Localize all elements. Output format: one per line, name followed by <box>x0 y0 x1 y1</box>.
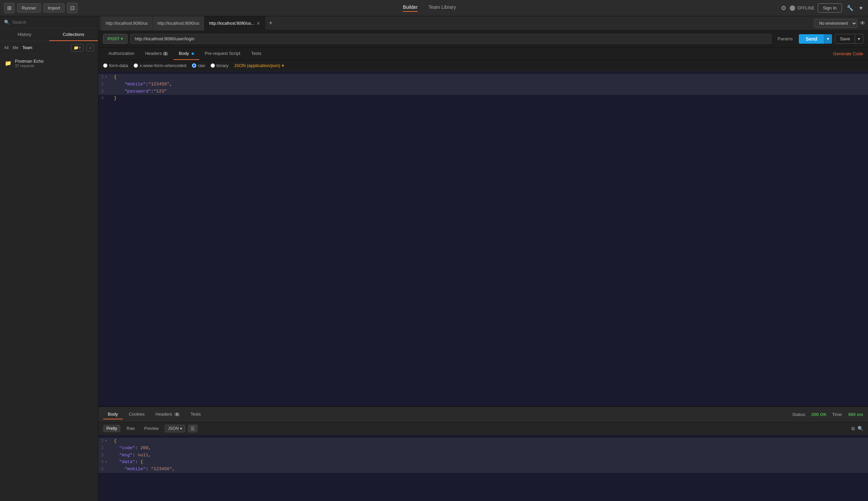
filter-me[interactable]: Me <box>12 45 18 50</box>
send-arrow-btn[interactable]: ▾ <box>824 34 832 44</box>
method-btn[interactable]: POST ▾ <box>103 34 127 44</box>
radio-urlencoded[interactable]: x-www-form-urlencoded <box>134 63 187 68</box>
new-tab-btn[interactable]: + <box>265 20 276 27</box>
radio-binary-input[interactable] <box>211 63 215 68</box>
radio-form-data[interactable]: form-data <box>103 63 128 68</box>
search-icon: 🔍 <box>4 20 10 25</box>
code-line-2: 2 "mobile":"123456", <box>98 81 868 88</box>
sign-in-btn[interactable]: Sign In <box>818 3 841 12</box>
history-tab[interactable]: History <box>0 29 49 41</box>
filter-team[interactable]: Team <box>22 45 32 50</box>
filter-icons: 📁+ ↕ <box>71 44 94 52</box>
tab-1[interactable]: http://localhost:9090/us <box>101 16 153 31</box>
filter-resp-btn[interactable]: ☰ <box>188 425 198 433</box>
resp-line-2-content: "code": 200, <box>114 445 151 452</box>
search-resp-btn[interactable]: 🔍 <box>857 426 863 431</box>
req-tab-tests[interactable]: Tests <box>246 47 267 60</box>
resp-tab-body[interactable]: Body <box>103 409 123 419</box>
line-toggle-1[interactable]: ▾ <box>105 75 107 80</box>
req-tab-headers[interactable]: Headers1 <box>140 47 174 60</box>
resp-line-1: 1 ▾ { <box>98 438 868 445</box>
tab-3[interactable]: http://localhost:9090/us... ✕ <box>205 16 265 31</box>
radio-urlencoded-input[interactable] <box>134 63 138 68</box>
sidebar-tabs: History Collections <box>0 29 98 41</box>
top-nav: ⊞ Runner Import ⊡ Builder Team Library ⚙… <box>0 0 868 16</box>
collection-icon: 📁 <box>5 60 11 66</box>
url-input[interactable] <box>130 34 771 44</box>
resp-line-3-content: "msg": null, <box>114 452 151 459</box>
sidebar: 🔍 History Collections All Me Team 📁+ ↕ 📁… <box>0 16 98 501</box>
eye-btn[interactable]: 👁 <box>860 20 865 26</box>
code-line-3: 3 "password":"123" <box>98 88 868 95</box>
response-section: Body Cookies Headers 5 Tests Status: 200… <box>98 406 868 501</box>
radio-raw[interactable]: raw <box>192 63 205 68</box>
resp-line-num-5: 5 <box>101 466 111 473</box>
request-code-editor[interactable]: 1 ▾ { 2 "mobile":"123456", 3 "password":… <box>98 71 868 406</box>
collection-item[interactable]: 📁 Postman Echo 37 requests <box>0 54 98 72</box>
resp-line-3: 3 "msg": null, <box>98 452 868 459</box>
pretty-btn[interactable]: Pretty <box>103 425 121 432</box>
tab-3-close[interactable]: ✕ <box>256 21 260 26</box>
main-layout: 🔍 History Collections All Me Team 📁+ ↕ 📁… <box>0 16 868 501</box>
tab-2[interactable]: http://localhost:9090/us <box>153 16 204 31</box>
json-format-selector[interactable]: JSON ▾ <box>165 425 185 432</box>
resp-line-5-content: "mobile": "123456", <box>114 466 175 473</box>
new-window-btn[interactable]: ⊡ <box>67 3 78 13</box>
resp-line-toggle-4[interactable]: ▾ <box>105 460 107 465</box>
raw-label: raw <box>198 63 205 68</box>
save-arrow-btn[interactable]: ▾ <box>855 34 863 44</box>
method-arrow-icon: ▾ <box>121 36 123 41</box>
offline-dot <box>790 6 795 11</box>
runner-btn[interactable]: Runner <box>17 3 41 12</box>
tab-2-label: http://localhost:9090/us <box>157 21 199 26</box>
radio-binary[interactable]: binary <box>211 63 229 68</box>
resp-tab-headers[interactable]: Headers 5 <box>151 409 185 419</box>
generate-code-btn[interactable]: Generate Code <box>833 51 863 56</box>
filter-all[interactable]: All <box>4 45 9 50</box>
collections-tab[interactable]: Collections <box>49 29 98 41</box>
req-tab-prerequest[interactable]: Pre-request Script <box>199 47 246 60</box>
search-bar: 🔍 <box>0 16 98 29</box>
resp-tab-cookies[interactable]: Cookies <box>124 409 149 419</box>
urlencoded-label: x-www-form-urlencoded <box>140 63 187 68</box>
copy-resp-btn[interactable]: ⧉ <box>851 426 855 431</box>
layout-toggle-btn[interactable]: ⊞ <box>4 3 14 13</box>
search-input[interactable] <box>12 20 94 25</box>
code-line-1: 1 ▾ { <box>98 74 868 81</box>
json-format-label: JSON <box>168 426 179 431</box>
code-line-2-content: "mobile":"123456", <box>114 81 172 88</box>
sort-btn[interactable]: ↕ <box>86 44 94 52</box>
request-section: POST ▾ Params Send ▾ Save ▾ <box>98 31 868 47</box>
tab-3-label: http://localhost:9090/us... <box>209 21 254 26</box>
params-btn[interactable]: Params <box>774 34 796 43</box>
resp-line-num-4: 4 ▾ <box>101 459 111 466</box>
import-btn[interactable]: Import <box>43 3 65 12</box>
team-library-tab[interactable]: Team Library <box>429 4 456 12</box>
binary-label: binary <box>217 63 229 68</box>
resp-line-toggle-1[interactable]: ▾ <box>105 438 107 444</box>
wrench-icon[interactable]: 🔧 <box>845 3 855 12</box>
save-btn-wrapper: Save ▾ <box>835 34 863 44</box>
radio-raw-input[interactable] <box>192 63 196 68</box>
resp-line-4: 4 ▾ "data": { <box>98 459 868 466</box>
heart-icon[interactable]: ♥ <box>858 4 864 12</box>
env-selector[interactable]: No environment <box>814 19 857 28</box>
save-btn[interactable]: Save <box>835 34 855 44</box>
send-btn[interactable]: Send <box>799 34 824 44</box>
line-num-4: 4 <box>101 95 111 102</box>
json-type-btn[interactable]: JSON (application/json) ▾ <box>234 63 284 68</box>
builder-tab[interactable]: Builder <box>403 4 418 12</box>
raw-btn[interactable]: Raw <box>123 425 138 432</box>
settings-icon[interactable]: ⚙ <box>781 4 786 12</box>
headers-badge: 1 <box>163 52 168 55</box>
body-options: form-data x-www-form-urlencoded raw bina… <box>98 60 868 71</box>
request-row: POST ▾ Params Send ▾ Save ▾ <box>103 34 863 44</box>
tabs-bar: http://localhost:9090/us http://localhos… <box>98 16 868 31</box>
req-tab-body[interactable]: Body <box>174 47 199 60</box>
resp-tab-tests[interactable]: Tests <box>186 409 206 419</box>
preview-btn[interactable]: Preview <box>141 425 162 432</box>
new-folder-btn[interactable]: 📁+ <box>71 44 84 52</box>
req-tab-auth[interactable]: Authorization <box>103 47 140 60</box>
resp-line-5: 5 "mobile": "123456", <box>98 466 868 473</box>
radio-form-data-input[interactable] <box>103 63 107 68</box>
